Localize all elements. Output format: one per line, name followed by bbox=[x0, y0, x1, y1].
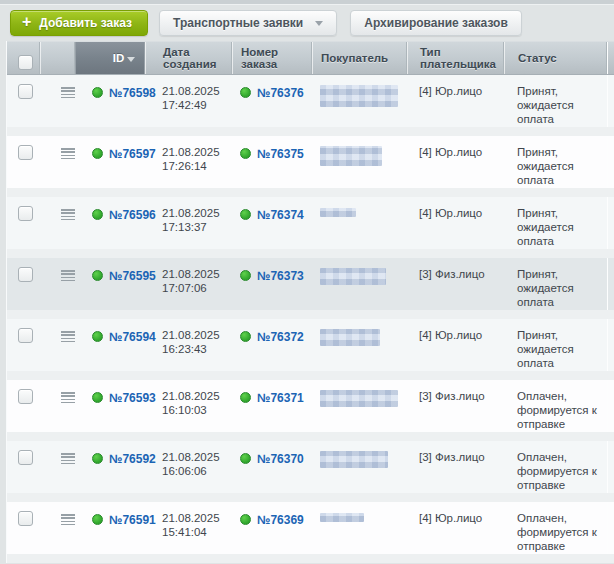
menu-column-header bbox=[40, 42, 75, 74]
table-row: №76594 21.08.202516:23:43 №76372 [4] Юр.… bbox=[7, 319, 614, 371]
row-menu-icon[interactable] bbox=[61, 392, 75, 403]
buyer-redacted bbox=[320, 268, 386, 285]
transport-requests-button[interactable]: Транспортные заявки bbox=[159, 10, 337, 36]
created-time: 16:06:06 bbox=[162, 464, 232, 478]
row-checkbox[interactable] bbox=[18, 511, 33, 526]
row-menu-icon[interactable] bbox=[61, 331, 75, 342]
status-text: Принят, ожидается оплата bbox=[517, 329, 574, 369]
created-cell: 21.08.202517:42:49 bbox=[145, 75, 232, 127]
row-separator bbox=[7, 493, 614, 502]
created-time: 15:41:04 bbox=[162, 525, 232, 539]
column-header-payer-type-label: Тип плательщика bbox=[420, 46, 496, 70]
order-number-link[interactable]: №76371 bbox=[257, 391, 304, 405]
row-checkbox[interactable] bbox=[18, 389, 33, 404]
payer-type: [4] Юр.лицо bbox=[419, 146, 482, 158]
status-text: Принят, ожидается оплата bbox=[517, 207, 574, 247]
status-dot-icon bbox=[92, 331, 103, 342]
chevron-down-icon bbox=[315, 21, 323, 26]
payer-type: [4] Юр.лицо bbox=[419, 329, 482, 341]
row-menu-icon[interactable] bbox=[61, 514, 75, 525]
status-cell: Принят, ожидается оплата bbox=[504, 75, 607, 127]
created-time: 17:26:14 bbox=[162, 159, 232, 173]
order-number-link[interactable]: №76372 bbox=[257, 330, 304, 344]
order-number-link[interactable]: №76373 bbox=[257, 269, 304, 283]
payer-type: [4] Юр.лицо bbox=[419, 207, 482, 219]
status-dot-icon bbox=[92, 453, 103, 464]
order-number-link[interactable]: №76376 bbox=[257, 86, 304, 100]
column-header-payer-type[interactable]: Тип плательщика bbox=[407, 42, 504, 74]
payer-type-cell: [4] Юр.лицо bbox=[407, 136, 504, 188]
order-number-link[interactable]: №76369 bbox=[257, 513, 304, 527]
created-time: 17:42:49 bbox=[162, 98, 232, 112]
buyer-redacted bbox=[320, 329, 380, 346]
column-header-status[interactable]: Статус bbox=[504, 42, 607, 74]
payer-type-cell: [4] Юр.лицо bbox=[407, 75, 504, 127]
row-checkbox[interactable] bbox=[18, 206, 33, 221]
grid-header-row: ID Дата создания Номер заказа Покупатель… bbox=[7, 41, 614, 75]
table-row: №76598 21.08.202517:42:49 №76376 [4] Юр.… bbox=[7, 75, 614, 127]
payer-type: [3] Физ.лицо bbox=[419, 451, 485, 463]
select-all-checkbox[interactable] bbox=[18, 55, 33, 70]
buyer-redacted bbox=[320, 146, 382, 166]
row-menu-icon[interactable] bbox=[61, 270, 75, 281]
created-time: 17:13:37 bbox=[162, 220, 232, 234]
row-checkbox[interactable] bbox=[18, 450, 33, 465]
add-order-label: Добавить заказ bbox=[39, 16, 132, 30]
created-cell: 21.08.202516:10:03 bbox=[145, 380, 232, 432]
column-header-id[interactable]: ID bbox=[75, 42, 145, 74]
created-time: 16:10:03 bbox=[162, 403, 232, 417]
row-checkbox[interactable] bbox=[18, 145, 33, 160]
status-dot-icon bbox=[240, 148, 251, 159]
status-dot-icon bbox=[240, 392, 251, 403]
status-dot-icon bbox=[240, 209, 251, 220]
created-cell: 21.08.202516:23:43 bbox=[145, 319, 232, 371]
status-text: Принят, ожидается оплата bbox=[517, 146, 574, 186]
row-checkbox[interactable] bbox=[18, 267, 33, 282]
row-checkbox[interactable] bbox=[18, 328, 33, 343]
status-dot-icon bbox=[240, 270, 251, 281]
created-date: 21.08.2025 bbox=[162, 450, 232, 464]
row-separator bbox=[7, 310, 614, 319]
status-dot-icon bbox=[92, 514, 103, 525]
created-cell: 21.08.202516:06:06 bbox=[145, 441, 232, 493]
status-cell: Принят, ожидается оплата bbox=[504, 136, 607, 188]
created-cell: 21.08.202517:07:06 bbox=[145, 258, 232, 310]
status-dot-icon bbox=[92, 148, 103, 159]
created-cell: 21.08.202517:13:37 bbox=[145, 197, 232, 249]
created-cell: 21.08.202515:41:04 bbox=[145, 502, 232, 554]
status-cell: Принят, ожидается оплата bbox=[504, 258, 607, 310]
column-header-created[interactable]: Дата создания bbox=[145, 42, 232, 74]
payer-type: [4] Юр.лицо bbox=[419, 85, 482, 97]
row-menu-icon[interactable] bbox=[61, 87, 75, 98]
toolbar: + Добавить заказ Транспортные заявки Арх… bbox=[0, 5, 614, 41]
status-dot-icon bbox=[92, 87, 103, 98]
created-date: 21.08.2025 bbox=[162, 206, 232, 220]
column-header-number[interactable]: Номер заказа bbox=[232, 42, 312, 74]
status-dot-icon bbox=[92, 270, 103, 281]
order-number-link[interactable]: №76374 bbox=[257, 208, 304, 222]
archive-orders-button[interactable]: Архивирование заказов bbox=[350, 10, 522, 36]
table-row: №76592 21.08.202516:06:06 №76370 [3] Физ… bbox=[7, 441, 614, 493]
payer-type-cell: [4] Юр.лицо bbox=[407, 197, 504, 249]
sort-arrow-icon[interactable] bbox=[127, 57, 135, 62]
buyer-redacted bbox=[320, 451, 388, 468]
payer-type-cell: [3] Физ.лицо bbox=[407, 258, 504, 310]
order-number-link[interactable]: №76370 bbox=[257, 452, 304, 466]
row-checkbox[interactable] bbox=[18, 84, 33, 99]
column-header-buyer-label: Покупатель bbox=[321, 52, 388, 64]
row-separator bbox=[7, 188, 614, 197]
row-menu-icon[interactable] bbox=[61, 209, 75, 220]
status-cell: Принят, ожидается оплата bbox=[504, 197, 607, 249]
row-separator bbox=[7, 127, 614, 136]
row-menu-icon[interactable] bbox=[61, 148, 75, 159]
row-menu-icon[interactable] bbox=[61, 453, 75, 464]
payer-type-cell: [4] Юр.лицо bbox=[407, 319, 504, 371]
column-header-buyer[interactable]: Покупатель bbox=[312, 42, 407, 74]
created-date: 21.08.2025 bbox=[162, 267, 232, 281]
created-cell: 21.08.202517:26:14 bbox=[145, 136, 232, 188]
add-order-button[interactable]: + Добавить заказ bbox=[10, 10, 148, 36]
status-text: Оплачен, формируется к отправке bbox=[517, 451, 597, 491]
table-row: №76595 21.08.202517:07:06 №76373 [3] Физ… bbox=[7, 258, 614, 310]
column-header-status-label: Статус bbox=[518, 52, 557, 64]
order-number-link[interactable]: №76375 bbox=[257, 147, 304, 161]
